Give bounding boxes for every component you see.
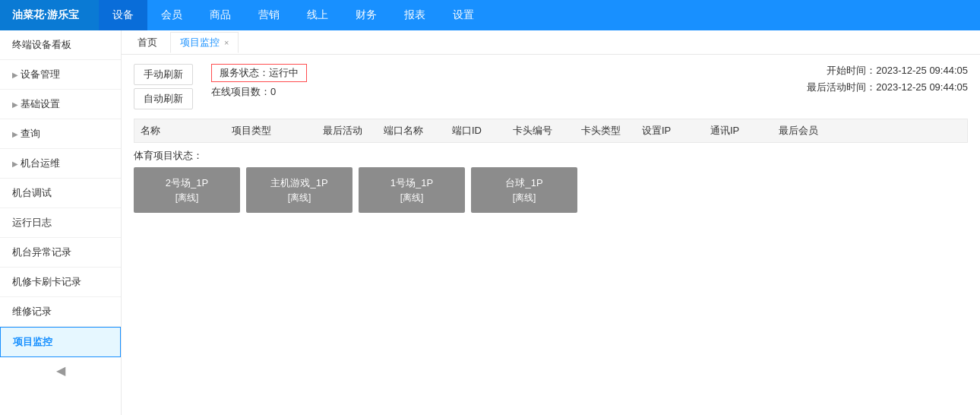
auto-refresh-button[interactable]: 自动刷新 [134,88,193,109]
last-active-label: 最后活动时间： [807,81,876,93]
tab-project-monitor-label: 项目监控 [180,36,220,49]
tab-bar: 首页 项目监控 × [122,30,980,55]
col-card-no: 卡头编号 [507,124,575,138]
sport-card-host-game-name: 主机游戏_1P [270,176,327,190]
last-active-time: 最后活动时间：2023-12-25 09:44:05 [807,81,968,94]
sidebar-item-device-management[interactable]: 设备管理 [0,60,121,90]
sport-card-billiards-status: [离线] [513,192,536,204]
tab-home-label: 首页 [138,36,157,49]
last-active-value: 2023-12-25 09:44:05 [876,81,968,93]
col-terminal-id: 端口ID [446,124,507,138]
tab-project-monitor-close[interactable]: × [224,38,229,47]
sport-card-billiards-name: 台球_1P [505,176,542,190]
nav-item-members[interactable]: 会员 [147,0,196,30]
col-comm-ip: 通讯IP [704,124,773,138]
sidebar-item-query[interactable]: 查询 [0,119,121,149]
toolbar: 手动刷新 自动刷新 服务状态：运行中 在线项目数：0 [134,64,968,109]
sidebar-item-run-log[interactable]: 运行日志 [0,208,121,238]
col-terminal-name: 端口名称 [378,124,446,138]
brand-logo: 油菜花·游乐宝 [0,0,99,30]
sport-card-host-game-status: [离线] [288,192,311,204]
sport-card-billiards[interactable]: 台球_1P [离线] [471,167,577,213]
sidebar-item-machine-ops[interactable]: 机台运维 [0,149,121,179]
col-last-activity: 最后活动 [317,124,378,138]
sidebar-item-machine-anomaly[interactable]: 机台异常记录 [0,238,121,268]
nav-item-goods[interactable]: 商品 [196,0,245,30]
nav-item-online[interactable]: 线上 [293,0,342,30]
col-type: 项目类型 [226,124,317,138]
nav-item-settings[interactable]: 设置 [439,0,488,30]
sport-card-field1[interactable]: 1号场_1P [离线] [359,167,465,213]
top-nav: 油菜花·游乐宝 设备 会员 商品 营销 线上 财务 报表 设置 [0,0,980,30]
tab-home[interactable]: 首页 [128,32,167,53]
sidebar-collapse-button[interactable]: ◀ [0,357,121,384]
service-status-badge: 服务状态：运行中 [211,64,307,82]
sport-card-host-game[interactable]: 主机游戏_1P [离线] [246,167,352,213]
online-count-value: 0 [270,86,276,97]
online-count: 在线项目数：0 [211,85,307,99]
sidebar-item-project-monitor[interactable]: 项目监控 [0,327,121,357]
layout: 终端设备看板 设备管理 基础设置 查询 机台运维 机台调试 运行日志 机台异常记… [0,30,980,415]
col-set-ip: 设置IP [636,124,704,138]
service-status-label: 服务状态： [220,67,269,78]
table-header: 名称 项目类型 最后活动 端口名称 端口ID 卡头编号 卡头类型 设置IP 通讯… [134,119,968,143]
content-area: 手动刷新 自动刷新 服务状态：运行中 在线项目数：0 [122,55,980,415]
sidebar-item-basic-settings[interactable]: 基础设置 [0,90,121,119]
status-section: 服务状态：运行中 在线项目数：0 [211,64,307,99]
tab-project-monitor[interactable]: 项目监控 × [170,32,239,53]
nav-item-finance[interactable]: 财务 [342,0,390,30]
sidebar-item-terminal-dashboard[interactable]: 终端设备看板 [0,30,121,60]
col-card-type: 卡头类型 [575,124,636,138]
start-time: 开始时间：2023-12-25 09:44:05 [807,64,968,78]
service-status-value: 运行中 [269,67,299,78]
sport-card-field1-name: 1号场_1P [390,176,433,190]
sport-cards: 2号场_1P [离线] 主机游戏_1P [离线] 1号场_1P [离线] 台球_… [134,167,968,213]
col-name: 名称 [134,124,226,138]
manual-refresh-button[interactable]: 手动刷新 [134,64,193,85]
sport-card-field2-name: 2号场_1P [166,176,208,190]
sport-card-field1-status: [离线] [400,192,424,204]
start-time-label: 开始时间： [827,65,876,76]
time-section: 开始时间：2023-12-25 09:44:05 最后活动时间：2023-12-… [807,64,968,94]
sport-section: 体育项目状态： 2号场_1P [离线] 主机游戏_1P [离线] 1号场_1P … [134,149,968,213]
sidebar-item-maintenance[interactable]: 维修记录 [0,297,121,327]
col-last-member: 最后会员 [773,124,841,138]
sport-card-field2[interactable]: 2号场_1P [离线] [134,167,240,213]
sidebar: 终端设备看板 设备管理 基础设置 查询 机台运维 机台调试 运行日志 机台异常记… [0,30,122,415]
nav-item-marketing[interactable]: 营销 [245,0,293,30]
nav-item-reports[interactable]: 报表 [390,0,439,30]
nav-items: 设备 会员 商品 营销 线上 财务 报表 设置 [99,0,488,30]
sidebar-item-machine-debug[interactable]: 机台调试 [0,179,121,208]
online-count-label: 在线项目数： [211,86,270,97]
sport-section-title: 体育项目状态： [134,149,968,163]
sidebar-item-machine-card[interactable]: 机修卡刷卡记录 [0,268,121,297]
sport-card-field2-status: [离线] [175,192,199,204]
nav-item-devices[interactable]: 设备 [99,0,147,30]
start-time-value: 2023-12-25 09:44:05 [876,65,968,76]
main-content: 首页 项目监控 × 手动刷新 自动刷新 服务状态：运行中 [122,30,980,415]
